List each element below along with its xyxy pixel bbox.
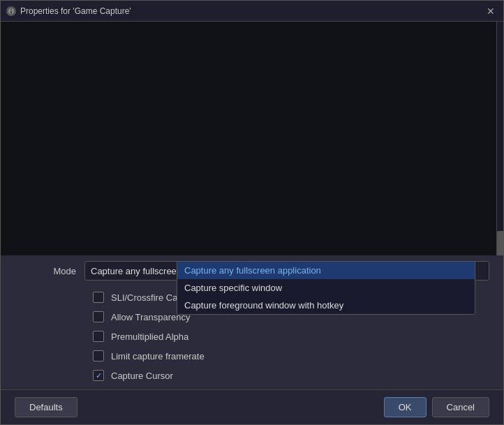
mode-dropdown[interactable]: Capture any fullscreen application Captu… <box>177 261 475 315</box>
mode-select-wrapper: Capture any fullscreen application ⬍ Cap… <box>84 261 489 281</box>
checkbox-transparency[interactable] <box>93 311 104 322</box>
svg-rect-2 <box>10 11 12 13</box>
dropdown-item-fullscreen[interactable]: Capture any fullscreen application <box>177 262 475 279</box>
dropdown-item-hotkey[interactable]: Capture foreground window with hotkey <box>177 297 475 314</box>
app-icon <box>6 6 16 16</box>
checkbox-row-alpha: Premultiplied Alpha <box>93 327 489 346</box>
checkbox-row-framerate: Limit capture framerate <box>93 346 489 366</box>
checkbox-row-cursor: Capture Cursor <box>93 366 489 385</box>
checkbox-label-framerate: Limit capture framerate <box>111 351 205 361</box>
checkbox-framerate[interactable] <box>93 350 104 361</box>
title-bar: Properties for 'Game Capture' ✕ <box>1 1 503 22</box>
mode-row: Mode Capture any fullscreen application … <box>1 255 503 283</box>
checkbox-alpha[interactable] <box>93 331 104 342</box>
preview-area <box>1 22 503 255</box>
checkbox-sli[interactable] <box>93 292 104 303</box>
checkbox-label-alpha: Premultiplied Alpha <box>111 331 188 342</box>
settings-area: Mode Capture any fullscreen application … <box>1 255 503 389</box>
footer: Defaults OK Cancel <box>1 389 503 424</box>
ok-button[interactable]: OK <box>384 397 427 417</box>
svg-point-1 <box>10 9 12 10</box>
footer-right-buttons: OK Cancel <box>384 397 489 417</box>
dialog: Properties for 'Game Capture' ✕ Mode Cap… <box>0 0 504 425</box>
dialog-title: Properties for 'Game Capture' <box>20 6 484 16</box>
dropdown-item-window[interactable]: Capture specific window <box>177 279 475 297</box>
checkbox-cursor[interactable] <box>93 370 104 381</box>
mode-label: Mode <box>15 266 84 276</box>
close-button[interactable]: ✕ <box>484 4 498 18</box>
checkbox-label-cursor: Capture Cursor <box>111 371 173 381</box>
defaults-button[interactable]: Defaults <box>15 397 77 417</box>
cancel-button[interactable]: Cancel <box>432 397 489 417</box>
scrollbar[interactable] <box>496 22 503 255</box>
